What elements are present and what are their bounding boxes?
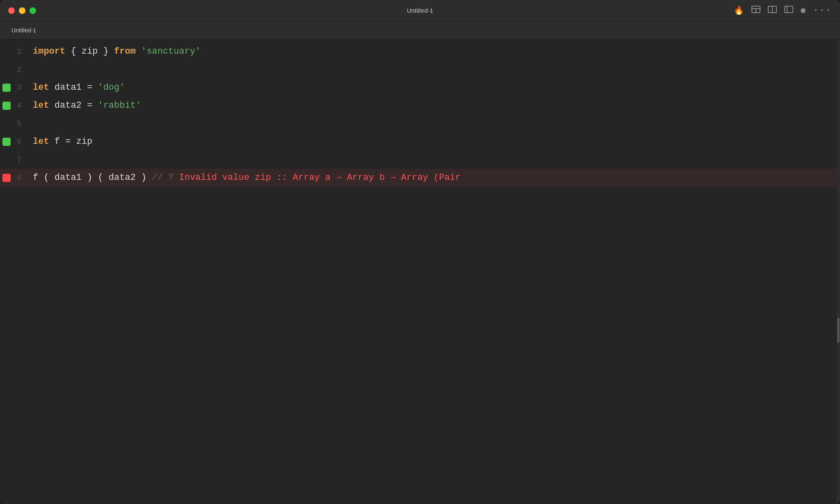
string-dog: 'dog' xyxy=(98,82,125,93)
breakpoint-green-4 xyxy=(2,102,11,110)
columns-icon[interactable] xyxy=(768,6,777,15)
code-line-4: 4 let data2 = 'rabbit' xyxy=(0,97,837,115)
string-sanctuary: 'sanctuary' xyxy=(141,46,201,57)
keyword-import: import xyxy=(33,46,65,57)
code-line-3: 3 let data1 = 'dog' xyxy=(0,79,837,97)
error-message: Invalid value zip :: Array a → Array b →… xyxy=(179,173,461,183)
code-content-7 xyxy=(30,151,837,169)
line-number-4: 4 xyxy=(13,97,30,115)
ident-data1: data1 xyxy=(55,82,87,93)
breakpoint-6 xyxy=(0,138,13,146)
punct-1: { xyxy=(71,46,81,57)
breakpoint-8 xyxy=(0,174,13,182)
tab-untitled[interactable]: Untitled-1 xyxy=(7,25,41,36)
keyword-from: from xyxy=(114,46,136,57)
code-content-8: f ( data1 ) ( data2 ) // ? Invalid value… xyxy=(30,169,837,187)
code-content-3: let data1 = 'dog' xyxy=(30,79,837,97)
ident-zip: zip xyxy=(82,46,98,57)
keyword-let-3: let xyxy=(33,82,49,93)
code-line-8: 8 f ( data1 ) ( data2 ) // ? Invalid val… xyxy=(0,169,837,187)
code-content-5 xyxy=(30,115,837,133)
breakpoint-red-8 xyxy=(2,174,11,182)
scrollbar[interactable] xyxy=(837,39,840,504)
code-content-6: let f = zip xyxy=(30,133,837,151)
line-number-2: 2 xyxy=(13,61,30,79)
maximize-button[interactable] xyxy=(30,7,36,14)
layout-icon[interactable] xyxy=(751,6,760,15)
lines-container: 1 import { zip } from 'sanctuary' 2 xyxy=(0,39,837,504)
code-content-4: let data2 = 'rabbit' xyxy=(30,97,837,115)
ident-data2-call: data2 xyxy=(109,173,136,183)
line-number-5: 5 xyxy=(13,115,30,133)
ident-data2: data2 xyxy=(55,100,87,111)
toolbar-right: 🔥 xyxy=(734,5,832,16)
tab-bar: Untitled-1 xyxy=(0,21,840,39)
line-number-7: 7 xyxy=(13,151,30,169)
line-number-6: 6 xyxy=(13,133,30,151)
line-number-1: 1 xyxy=(13,43,30,61)
breakpoint-green-3 xyxy=(2,84,11,92)
keyword-let-6: let xyxy=(33,136,49,147)
code-line-1: 1 import { zip } from 'sanctuary' xyxy=(0,43,837,61)
code-line-6: 6 let f = zip xyxy=(0,133,837,151)
code-line-2: 2 xyxy=(0,61,837,79)
op-eq-3: = xyxy=(87,82,92,93)
line-number-8: 8 xyxy=(13,169,30,187)
status-dot xyxy=(801,8,806,13)
op-eq-4: = xyxy=(87,100,92,111)
minimize-button[interactable] xyxy=(19,7,25,14)
line-number-3: 3 xyxy=(13,79,30,97)
punct-paren2: ) ( xyxy=(87,173,103,183)
op-eq-6: = xyxy=(65,136,71,147)
code-content-1: import { zip } from 'sanctuary' xyxy=(30,43,837,61)
code-line-7: 7 xyxy=(0,151,837,169)
title-bar: Untitled-1 🔥 xyxy=(0,0,840,21)
svg-rect-5 xyxy=(785,6,793,13)
ident-data1-call: data1 xyxy=(55,173,82,183)
more-icon[interactable]: ··· xyxy=(813,5,832,16)
comment-question: // ? xyxy=(152,173,173,183)
scrollbar-thumb[interactable] xyxy=(837,318,840,343)
traffic-lights xyxy=(8,7,36,14)
breakpoint-3 xyxy=(0,84,13,92)
ident-zip-6: zip xyxy=(76,136,93,147)
flame-icon[interactable]: 🔥 xyxy=(734,5,744,16)
breakpoint-4 xyxy=(0,102,13,110)
punct-paren3: ) xyxy=(141,173,152,183)
code-line-5: 5 xyxy=(0,115,837,133)
close-button[interactable] xyxy=(8,7,15,14)
editor-window: Untitled-1 🔥 xyxy=(0,0,840,504)
keyword-let-4: let xyxy=(33,100,49,111)
punct-2: } xyxy=(103,46,114,57)
punct-paren1: ( xyxy=(43,173,49,183)
ident-f: f xyxy=(55,136,65,147)
ident-f-call: f xyxy=(33,173,43,183)
breakpoint-green-6 xyxy=(2,138,11,146)
window-title: Untitled-1 xyxy=(407,7,433,14)
string-rabbit: 'rabbit' xyxy=(98,100,141,111)
editor-area: 1 import { zip } from 'sanctuary' 2 xyxy=(0,39,840,504)
sidebar-icon[interactable] xyxy=(784,6,793,15)
code-content-2 xyxy=(30,61,837,79)
